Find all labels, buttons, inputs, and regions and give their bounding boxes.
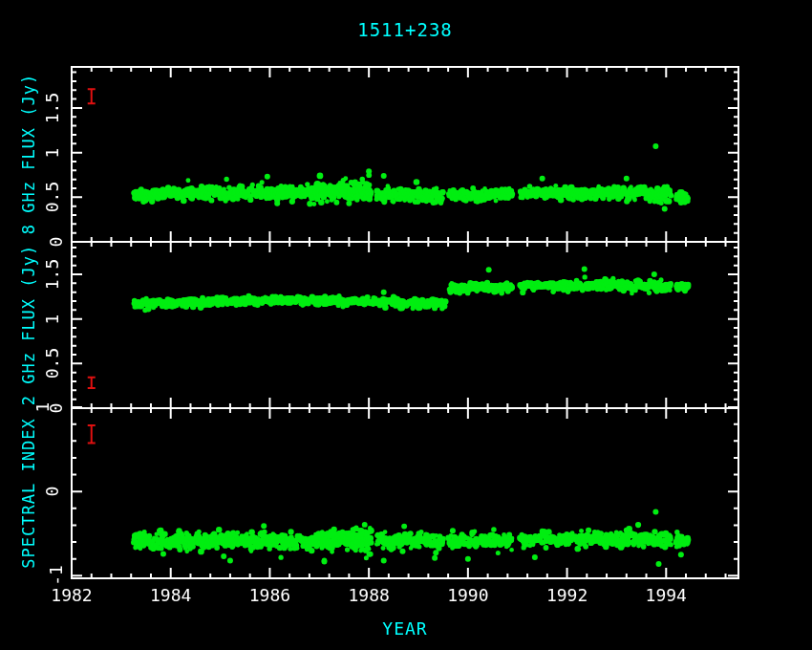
x-axis-title: YEAR	[382, 618, 427, 639]
plot-canvas	[0, 0, 812, 650]
x-tick-label: 1992	[546, 585, 588, 605]
x-tick-label: 1982	[51, 585, 92, 605]
y-tick-label: 1.5	[42, 259, 62, 291]
y-axis-title-2ghz: 2 GHz FLUX (Jy)	[19, 245, 38, 406]
y-tick-label: 0.5	[42, 182, 62, 213]
y-tick-label: -1	[46, 566, 66, 587]
x-tick-label: 1988	[348, 585, 389, 605]
y-tick-label: 1	[42, 147, 62, 158]
y-tick-label: 0	[46, 237, 66, 248]
plot-title: 1511+238	[357, 19, 453, 40]
y-axis-title-spectral-index: SPECTRAL INDEX	[19, 418, 38, 568]
y-axis-title-8ghz: 8 GHz FLUX (Jy)	[19, 74, 38, 235]
x-tick-label: 1990	[447, 585, 488, 605]
x-tick-label: 1986	[249, 585, 290, 605]
y-tick-label: 1.5	[42, 93, 62, 124]
y-tick-label: 0	[42, 487, 62, 497]
y-tick-label: 1	[42, 314, 62, 324]
x-tick-label: 1994	[646, 585, 687, 605]
y-tick-label: 1	[32, 402, 53, 413]
y-tick-label: 0.5	[42, 348, 62, 379]
x-tick-label: 1984	[150, 585, 191, 605]
light-curve-figure: 1511+238 8 GHz FLUX (Jy) 2 GHz FLUX (Jy)…	[0, 0, 812, 650]
